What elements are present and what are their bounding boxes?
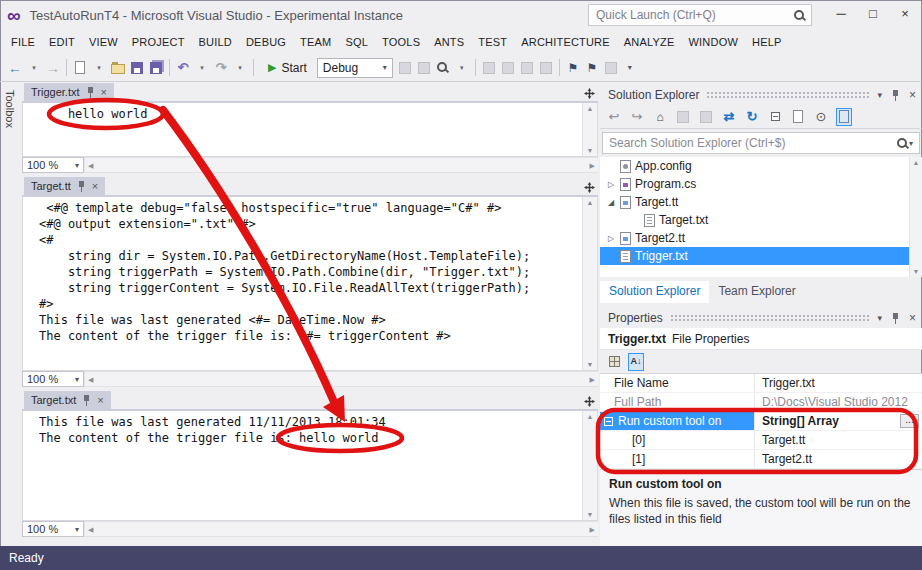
scroll-left-icon[interactable]: ◀ <box>88 526 93 533</box>
nav-back-caret-icon[interactable]: ▾ <box>27 58 41 78</box>
home-icon[interactable]: ⌂ <box>652 108 668 126</box>
property-value-cell[interactable]: D:\Docs\Visual Studio 2012 ... <box>755 393 922 411</box>
vertical-scrollbar[interactable]: ▲ ▼ <box>582 103 597 156</box>
save-icon[interactable] <box>130 58 144 78</box>
tree-item[interactable]: ▷ Program.cs <box>600 175 922 193</box>
menu-item[interactable]: SQL <box>338 32 375 52</box>
code-editor[interactable]: This file was last generated 11/11/2013 … <box>22 411 598 521</box>
code-editor[interactable]: hello world ▲ ▼ <box>22 103 598 157</box>
start-debugging-button[interactable]: ▶ Start <box>262 59 313 77</box>
show-all-files-icon[interactable] <box>790 108 806 126</box>
pin-icon[interactable] <box>82 395 91 406</box>
open-file-icon[interactable] <box>111 58 125 78</box>
scroll-down-icon[interactable]: ▼ <box>587 147 594 154</box>
tree-item[interactable]: ◢ Target.tt <box>600 193 922 211</box>
menu-item[interactable]: BUILD <box>192 32 239 52</box>
next-bookmark-icon[interactable]: ⚑ <box>585 58 599 78</box>
close-icon[interactable]: × <box>92 181 98 192</box>
pin-icon[interactable] <box>891 90 900 101</box>
minimize-button[interactable]: ─ <box>825 1 857 25</box>
back-icon[interactable]: ↩ <box>606 108 622 126</box>
property-row[interactable]: [0] Target.tt ... <box>600 431 922 450</box>
scroll-up-icon[interactable]: ▲ <box>587 413 594 420</box>
tree-item[interactable]: Target.txt <box>600 211 922 229</box>
solution-configuration-select[interactable]: Debug ▾ <box>317 58 393 78</box>
navigate-backward-icon[interactable] <box>482 58 496 78</box>
vertical-scrollbar[interactable]: ▲ ▼ <box>582 411 597 520</box>
close-icon[interactable]: × <box>909 311 916 325</box>
scroll-up-icon[interactable]: ▲ <box>913 159 920 166</box>
scroll-down-icon[interactable]: ▼ <box>913 268 920 275</box>
preview-selected-items-icon[interactable] <box>836 108 852 126</box>
menu-item[interactable]: TEST <box>471 32 514 52</box>
explorer-tab[interactable]: Team Explorer <box>709 281 804 303</box>
sync-with-active-document-icon[interactable]: ⇄ <box>721 108 737 126</box>
property-name-cell[interactable]: [0] <box>600 431 755 449</box>
code-editor[interactable]: <#@ template debug="false" hostspecific=… <box>22 197 598 371</box>
solution-explorer-search-input[interactable]: Search Solution Explorer (Ctrl+$) ▾ <box>602 132 920 154</box>
properties-icon[interactable]: ⊙ <box>813 108 829 126</box>
property-row[interactable]: Run custom tool on String[] Array ... <box>600 412 922 431</box>
new-file-icon[interactable] <box>73 58 87 78</box>
property-value-cell[interactable]: Trigger.txt ... <box>755 374 922 392</box>
scroll-down-icon[interactable]: ▼ <box>587 511 594 518</box>
scroll-up-icon[interactable]: ▲ <box>587 105 594 112</box>
property-value-cell[interactable]: String[] Array ... <box>755 412 922 430</box>
tree-item[interactable]: Trigger.txt <box>600 247 922 265</box>
find-caret-icon[interactable]: ▾ <box>455 58 469 78</box>
menu-item[interactable]: EDIT <box>42 32 82 52</box>
quick-launch-input[interactable]: Quick Launch (Ctrl+Q) <box>588 4 812 26</box>
property-name-cell[interactable]: Full Path <box>600 393 755 411</box>
pin-icon[interactable] <box>77 181 86 192</box>
tab-target-txt[interactable]: Target.txt × <box>24 391 111 409</box>
property-name-cell[interactable]: File Name <box>600 374 755 392</box>
menu-item[interactable]: TOOLS <box>375 32 427 52</box>
forward-icon[interactable]: ↪ <box>629 108 645 126</box>
tree-scrollbar[interactable]: ▲ ▼ <box>909 157 922 277</box>
menu-item[interactable]: TEAM <box>293 32 338 52</box>
redo-caret-icon[interactable]: ▾ <box>233 58 247 78</box>
refresh-icon[interactable]: ↻ <box>744 108 760 126</box>
menu-item[interactable]: WINDOW <box>682 32 745 52</box>
menu-item[interactable]: ANTS <box>427 32 471 52</box>
pin-icon[interactable] <box>86 87 95 98</box>
nav-forward-icon[interactable]: → <box>46 58 60 78</box>
new-file-caret-icon[interactable]: ▾ <box>92 58 106 78</box>
collapse-all-icon[interactable] <box>767 108 783 126</box>
property-value-cell[interactable]: Target.tt ... <box>755 431 922 449</box>
property-row[interactable]: Full Path D:\Docs\Visual Studio 2012 ... <box>600 393 922 412</box>
ellipsis-button[interactable]: ... <box>900 414 919 428</box>
categorized-icon[interactable] <box>606 353 622 371</box>
horizontal-scrollbar[interactable]: ◀ ▶ <box>84 371 598 387</box>
expander-icon[interactable]: ▷ <box>606 180 616 189</box>
scroll-right-icon[interactable]: ▶ <box>590 526 595 533</box>
navigate-forward-icon[interactable] <box>501 58 515 78</box>
horizontal-scrollbar[interactable]: ◀ ▶ <box>84 157 598 173</box>
window-position-icon[interactable]: ▾ <box>877 313 882 323</box>
alphabetical-icon[interactable]: A↓ <box>628 353 644 371</box>
collapse-icon[interactable] <box>604 417 613 426</box>
toolbar-overflow-icon[interactable]: ▾ <box>623 58 637 78</box>
scroll-up-icon[interactable]: ▲ <box>587 199 594 206</box>
tree-item[interactable]: ▷ Target2.tt <box>600 229 922 247</box>
switch-views-icon[interactable] <box>675 108 691 126</box>
toolbox-tab[interactable]: Toolbox <box>0 82 22 546</box>
tab-trigger-txt[interactable]: Trigger.txt × <box>24 83 114 101</box>
save-all-icon[interactable] <box>149 58 163 78</box>
properties-header[interactable]: Properties ▾ × <box>600 308 922 328</box>
explorer-tab[interactable]: Solution Explorer <box>600 281 709 303</box>
scroll-right-icon[interactable]: ▶ <box>590 162 595 169</box>
scroll-right-icon[interactable]: ▶ <box>590 376 595 383</box>
menu-item[interactable]: HELP <box>745 32 789 52</box>
zoom-level-select[interactable]: 100 % ▾ <box>22 371 84 387</box>
pan-scroll-icon[interactable] <box>584 396 595 407</box>
close-icon[interactable]: × <box>909 88 916 102</box>
indent-icon[interactable] <box>520 58 534 78</box>
previous-bookmark-icon[interactable] <box>604 58 618 78</box>
undo-caret-icon[interactable]: ▾ <box>195 58 209 78</box>
scroll-down-icon[interactable]: ▼ <box>587 361 594 368</box>
property-name-cell[interactable]: [1] <box>600 450 755 468</box>
close-button[interactable]: × <box>889 1 921 25</box>
property-row[interactable]: [1] Target2.tt ... <box>600 450 922 469</box>
expander-icon[interactable]: ▷ <box>606 234 616 243</box>
